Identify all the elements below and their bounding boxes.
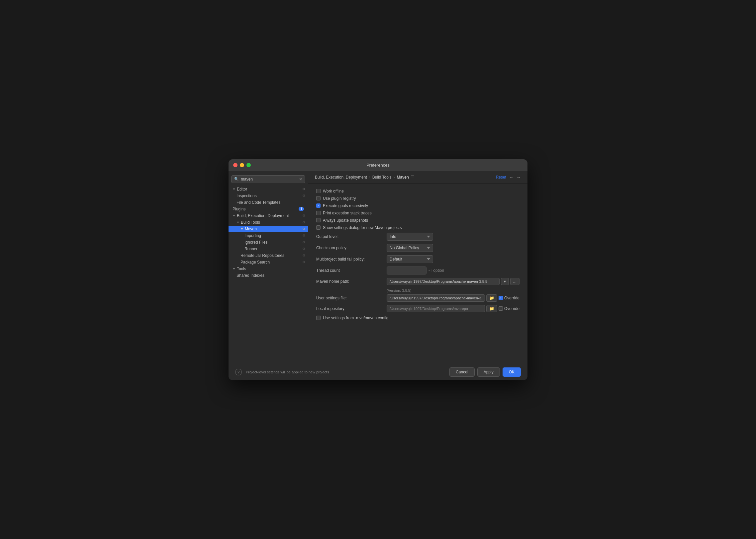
maven-home-path-label: Maven home path: xyxy=(316,279,383,284)
settings-icon: ⚙ xyxy=(302,240,305,244)
dialog-title: Preferences xyxy=(366,163,390,168)
breadcrumb-part-3: Maven xyxy=(397,175,409,180)
execute-goals-recursively-checkbox[interactable]: ✓ xyxy=(316,203,321,208)
main-panel: Build, Execution, Deployment › Build Too… xyxy=(308,171,527,364)
show-settings-dialog-checkbox[interactable] xyxy=(316,225,321,230)
sidebar-item-package-search[interactable]: Package Search ⚙ xyxy=(229,259,308,266)
footer-info-text: Project-level settings will be applied t… xyxy=(246,370,445,374)
use-settings-mvn-checkbox[interactable] xyxy=(316,316,321,320)
reset-button[interactable]: Reset xyxy=(496,175,506,180)
local-repository-label: Local repository: xyxy=(316,306,383,311)
ok-button[interactable]: OK xyxy=(503,367,521,377)
panel-body: Work offline Use plugin registry ✓ Execu… xyxy=(308,184,527,364)
apply-button[interactable]: Apply xyxy=(477,367,500,377)
sidebar-item-inspections[interactable]: Inspections ⚙ xyxy=(229,193,308,199)
arrow-icon: ▼ xyxy=(236,221,239,224)
local-repository-override-label: Override xyxy=(504,306,520,311)
use-settings-mvn-label: Use settings from .mvn/maven.config xyxy=(323,316,388,320)
local-repository-override-checkbox[interactable] xyxy=(499,306,503,311)
cancel-button[interactable]: Cancel xyxy=(449,367,474,377)
breadcrumb-menu-icon[interactable]: ☰ xyxy=(411,175,414,179)
sidebar-item-label: File and Code Templates xyxy=(236,200,281,205)
footer: ? Project-level settings will be applied… xyxy=(229,364,527,380)
user-settings-file-browse[interactable]: 📁 xyxy=(486,294,497,302)
thread-count-input[interactable] xyxy=(387,267,426,274)
maven-home-path-wrapper: ▾ ... xyxy=(387,278,520,285)
clear-search-button[interactable]: ✕ xyxy=(299,177,302,182)
output-level-row: Output level: Info Debug Warn Error xyxy=(316,233,520,241)
work-offline-label: Work offline xyxy=(323,189,344,193)
close-button[interactable] xyxy=(233,163,237,167)
sidebar-item-build-exec-deploy[interactable]: ▼ Build, Execution, Deployment ⚙ xyxy=(229,212,308,219)
sidebar-item-label: Tools xyxy=(237,267,246,271)
settings-icon: ⚙ xyxy=(302,187,305,191)
arrow-icon: ▼ xyxy=(233,214,236,217)
checksum-policy-label: Checksum policy: xyxy=(316,246,383,250)
sidebar-item-tools[interactable]: ▼ Tools xyxy=(229,266,308,272)
output-level-label: Output level: xyxy=(316,234,383,239)
settings-icon: ⚙ xyxy=(302,194,305,197)
minimize-button[interactable] xyxy=(240,163,244,167)
local-repository-input[interactable] xyxy=(387,305,485,312)
user-settings-file-input[interactable] xyxy=(387,294,485,302)
execute-goals-recursively-label: Execute goals recursively xyxy=(323,203,368,208)
user-settings-override-checkbox[interactable]: ✓ xyxy=(499,296,503,300)
sidebar-item-build-tools[interactable]: ▼ Build Tools ⚙ xyxy=(229,219,308,226)
settings-icon: ⚙ xyxy=(302,214,305,217)
sidebar-item-maven[interactable]: ▼ Maven ⚙ xyxy=(229,226,308,232)
work-offline-checkbox[interactable] xyxy=(316,189,321,193)
back-button[interactable]: ← xyxy=(509,175,514,180)
sidebar-item-importing[interactable]: Importing ⚙ xyxy=(229,232,308,239)
t-option-label: -T option xyxy=(428,268,444,273)
folder-icon: 📁 xyxy=(489,306,494,311)
sidebar-item-ignored-files[interactable]: Ignored Files ⚙ xyxy=(229,239,308,246)
always-update-snapshots-row: Always update snapshots xyxy=(316,218,520,223)
local-repository-wrapper: 📁 Override xyxy=(387,305,520,312)
user-settings-file-row: User settings file: 📁 ✓ Override xyxy=(316,294,520,302)
checksum-policy-select[interactable]: No Global Policy Warn Fail xyxy=(387,244,433,252)
search-box[interactable]: 🔍 ✕ xyxy=(231,175,305,183)
user-settings-file-wrapper: 📁 ✓ Override xyxy=(387,294,520,302)
thread-count-control: -T option xyxy=(387,267,520,274)
output-level-select[interactable]: Info Debug Warn Error xyxy=(387,233,433,241)
breadcrumb-part-2: Build Tools xyxy=(372,175,392,180)
checksum-policy-row: Checksum policy: No Global Policy Warn F… xyxy=(316,244,520,252)
maven-home-path-dropdown[interactable]: ▾ xyxy=(501,278,509,285)
sidebar-item-remote-jar[interactable]: Remote Jar Repositories ⚙ xyxy=(229,252,308,259)
arrow-icon: ▼ xyxy=(240,227,243,231)
sidebar-item-label: Editor xyxy=(237,187,247,192)
sidebar-item-label: Plugins xyxy=(233,207,245,211)
sidebar-item-plugins[interactable]: Plugins 1 xyxy=(229,206,308,212)
search-input[interactable] xyxy=(241,177,297,182)
maven-home-path-input[interactable] xyxy=(387,278,500,285)
forward-button[interactable]: → xyxy=(516,175,521,180)
multiproject-fail-policy-row: Multiproject build fail policy: Default … xyxy=(316,255,520,263)
help-button[interactable]: ? xyxy=(235,369,242,375)
always-update-snapshots-label: Always update snapshots xyxy=(323,218,368,223)
maximize-button[interactable] xyxy=(246,163,251,167)
panel-header-right: Reset ← → xyxy=(496,175,521,180)
sidebar-item-file-code-templates[interactable]: File and Code Templates xyxy=(229,199,308,206)
sidebar-item-label: Remote Jar Repositories xyxy=(240,253,284,258)
use-plugin-registry-checkbox[interactable] xyxy=(316,196,321,200)
use-plugin-registry-row: Use plugin registry xyxy=(316,196,520,201)
print-exception-stack-traces-checkbox[interactable] xyxy=(316,211,321,215)
traffic-lights xyxy=(233,163,251,167)
always-update-snapshots-checkbox[interactable] xyxy=(316,218,321,222)
multiproject-fail-policy-select[interactable]: Default Fail At End Never Fail xyxy=(387,255,433,263)
settings-icon: ⚙ xyxy=(302,254,305,257)
thread-count-label: Thread count xyxy=(316,268,383,273)
local-repository-browse[interactable]: 📁 xyxy=(486,305,497,312)
multiproject-fail-policy-control: Default Fail At End Never Fail xyxy=(387,255,520,263)
sidebar-item-label: Maven xyxy=(245,227,257,231)
breadcrumb-part-1: Build, Execution, Deployment xyxy=(315,175,367,180)
title-bar: Preferences xyxy=(229,159,527,171)
sidebar-item-runner[interactable]: Runner ⚙ xyxy=(229,246,308,252)
show-settings-dialog-label: Show settings dialog for new Maven proje… xyxy=(323,225,402,230)
maven-home-path-browse[interactable]: ... xyxy=(510,278,520,285)
preferences-dialog: Preferences 🔍 ✕ ▼ Editor ⚙ Inspections ⚙… xyxy=(229,159,527,380)
sidebar-item-editor[interactable]: ▼ Editor ⚙ xyxy=(229,186,308,193)
sidebar-item-label: Build, Execution, Deployment xyxy=(237,213,289,218)
folder-icon: 📁 xyxy=(489,296,494,300)
sidebar-item-shared-indexes[interactable]: Shared Indexes xyxy=(229,272,308,279)
